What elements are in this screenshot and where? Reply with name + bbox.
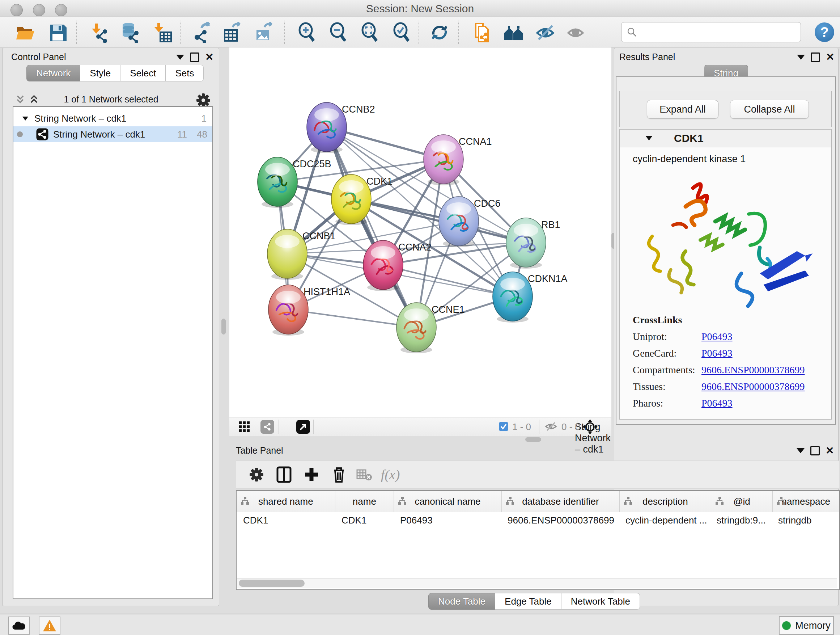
table-panel: Table Panel ✕ f(x) shared namenamecanoni… (221, 441, 840, 613)
open-in-browser-icon[interactable] (296, 420, 310, 434)
expand-all-icon[interactable] (28, 94, 39, 105)
network-node-CCNA1[interactable]: CCNA1 (424, 135, 492, 185)
table-cell[interactable]: stringdb:9... (710, 512, 772, 529)
import-table-button[interactable] (152, 22, 174, 43)
open-session-button[interactable] (14, 22, 36, 43)
crosslink-label: GeneCard: (633, 348, 701, 359)
table-cell[interactable]: CDK1 (237, 512, 335, 529)
hidden-eye-slash-icon[interactable] (545, 421, 557, 433)
network-node-CCNE1[interactable]: CCNE1 (396, 302, 465, 353)
create-column-icon[interactable] (302, 464, 322, 485)
warning-icon (42, 619, 57, 632)
current-network-dot-icon (17, 131, 23, 137)
import-network-file-button[interactable] (88, 22, 111, 43)
selected-checkbox-icon[interactable] (499, 421, 508, 432)
column-header-@id[interactable]: @id (711, 491, 773, 512)
network-view-canvas[interactable]: CCNB2CCNA1CDC25BCDK1CDC6RB1CCNB1CCNA2CDK… (229, 48, 611, 417)
splitter-handle[interactable] (221, 318, 226, 334)
panel-menu-icon[interactable] (797, 448, 805, 453)
scrollbar-thumb[interactable] (239, 580, 305, 587)
panel-menu-icon[interactable] (176, 55, 184, 60)
birdseye-navigator-icon[interactable] (582, 419, 598, 436)
column-header-description[interactable]: description (620, 491, 711, 512)
column-header-name[interactable]: name (335, 491, 394, 512)
network-node-RB1[interactable]: RB1 (506, 218, 561, 269)
crosslink-link[interactable]: 9606.ENSP00000378699 (701, 381, 805, 393)
import-network-database-button[interactable] (119, 22, 141, 43)
help-button[interactable]: ? (815, 22, 834, 42)
search-input[interactable] (640, 27, 797, 38)
warnings-button[interactable] (39, 616, 60, 635)
network-row-selected[interactable]: String Network – cdk1 11 48 (13, 126, 212, 142)
zoom-in-button[interactable] (296, 22, 317, 43)
show-columns-icon[interactable] (274, 464, 294, 485)
network-node-CCNB2[interactable]: CCNB2 (307, 103, 375, 153)
zoom-out-button[interactable] (327, 22, 349, 43)
tab-network-table[interactable]: Network Table (561, 593, 640, 610)
string-network-graph[interactable]: CCNB2CCNA1CDC25BCDK1CDC6RB1CCNB1CCNA2CDK… (229, 48, 611, 417)
tab-select[interactable]: Select (120, 65, 166, 81)
network-share-badge-icon[interactable] (261, 420, 274, 434)
copy-network-button[interactable] (470, 22, 492, 43)
tab-sets[interactable]: Sets (166, 65, 204, 81)
network-node-HIST1H1A[interactable]: HIST1H1A (268, 285, 350, 336)
table-cell[interactable]: 9606.ENSP00000378699 (501, 512, 619, 529)
network-node-CDC25B[interactable]: CDC25B (257, 157, 332, 208)
network-node-CDKN1A[interactable]: CDKN1A (493, 272, 568, 323)
collapse-all-icon[interactable] (15, 94, 26, 105)
gene-expander-icon[interactable] (645, 135, 653, 142)
column-header-database-identifier[interactable]: database identifier (502, 491, 620, 512)
column-header-shared-name[interactable]: shared name (237, 491, 335, 512)
panel-close-icon[interactable]: ✕ (826, 447, 834, 454)
cloud-status-button[interactable] (8, 616, 30, 635)
grid-view-icon[interactable] (237, 420, 251, 434)
table-cell[interactable]: cyclin-dependent ... (619, 512, 710, 529)
status-bar: Memory (0, 614, 840, 635)
collapse-all-button[interactable]: Collapse All (730, 100, 809, 119)
table-header-row: shared namenamecanonical namedatabase id… (237, 491, 839, 512)
tab-network[interactable]: Network (27, 65, 80, 81)
string-home-button[interactable] (503, 22, 524, 43)
network-collection-row[interactable]: String Network – cdk1 1 (13, 111, 212, 126)
zoom-fit-button[interactable] (359, 22, 381, 43)
table-options-gear-icon[interactable] (246, 464, 267, 485)
network-node-CCNB1[interactable]: CCNB1 (267, 229, 336, 280)
table-cell[interactable]: CDK1 (335, 512, 393, 529)
show-graphics-button[interactable] (565, 22, 587, 43)
table-row[interactable]: CDK1CDK1P064939606.ENSP00000378699cyclin… (237, 512, 839, 529)
crosslink-link[interactable]: P06493 (701, 397, 733, 409)
expand-all-button[interactable]: Expand All (647, 100, 718, 119)
table-panel-title: Table Panel (236, 445, 283, 456)
apply-layout-button[interactable] (429, 22, 450, 43)
column-header-namespace[interactable]: namespace (773, 491, 839, 512)
table-cell[interactable]: stringdb (772, 512, 838, 529)
tab-style[interactable]: Style (80, 65, 120, 81)
memory-button[interactable]: Memory (779, 616, 834, 635)
panel-close-icon[interactable]: ✕ (826, 54, 834, 61)
node-table: shared namenamecanonical namedatabase id… (236, 490, 840, 590)
panel-float-icon[interactable] (810, 446, 820, 455)
panel-float-icon[interactable] (811, 52, 820, 62)
delete-table-icon (354, 464, 374, 485)
crosslink-link[interactable]: P06493 (701, 348, 733, 359)
panel-float-icon[interactable] (190, 52, 199, 62)
save-session-button[interactable] (47, 22, 69, 43)
network-edges (278, 127, 526, 327)
tree-expander-icon[interactable] (21, 114, 29, 122)
zoom-selected-button[interactable] (391, 22, 412, 43)
tab-edge-table[interactable]: Edge Table (495, 593, 561, 610)
export-network-button[interactable] (191, 22, 213, 43)
panel-close-icon[interactable]: ✕ (205, 54, 213, 61)
table-cell[interactable]: P06493 (393, 512, 501, 529)
panel-menu-icon[interactable] (797, 55, 805, 60)
export-table-button[interactable] (221, 22, 243, 43)
hide-unhide-button[interactable] (535, 22, 556, 43)
export-image-button[interactable] (253, 22, 275, 43)
table-horizontal-scrollbar[interactable] (237, 578, 837, 588)
column-header-canonical-name[interactable]: canonical name (394, 491, 501, 512)
tab-node-table[interactable]: Node Table (428, 593, 495, 610)
delete-column-icon[interactable] (329, 464, 349, 485)
gene-header-row[interactable]: CDK1 (620, 130, 831, 147)
crosslink-link[interactable]: P06493 (701, 331, 733, 342)
crosslink-link[interactable]: 9606.ENSP00000378699 (701, 364, 805, 376)
